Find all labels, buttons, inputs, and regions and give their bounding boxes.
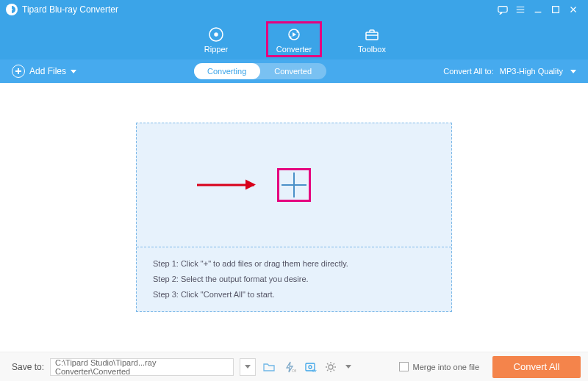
step-text: Step 2: Select the output format you des… [153, 272, 435, 287]
svg-text:Off: Off [292, 369, 296, 373]
mode-bar: Ripper Converter Toolbox [0, 19, 588, 59]
tab-converting[interactable]: Converting [194, 63, 260, 79]
bottom-bar: Save to: C:\Tipard Studio\Tipard...ray C… [0, 352, 588, 381]
app-title: Tipard Blu-ray Converter [22, 4, 118, 15]
plus-circle-icon [12, 65, 25, 78]
step-text: Step 1: Click "+" to add files or drag t… [153, 256, 435, 272]
gpu-accel-icon[interactable]: On [303, 360, 318, 374]
chevron-down-icon [71, 70, 76, 73]
title-bar: Tipard Blu-ray Converter [0, 0, 588, 19]
svg-text:On: On [312, 369, 317, 373]
svg-point-8 [309, 366, 312, 369]
save-path-field[interactable]: C:\Tipard Studio\Tipard...ray Converter\… [50, 358, 234, 376]
settings-dropdown[interactable] [344, 358, 353, 376]
settings-icon[interactable] [323, 360, 338, 374]
add-files-button[interactable]: Add Files [12, 65, 76, 78]
mode-label: Toolbox [358, 45, 386, 54]
disc-icon [207, 26, 225, 43]
main-area: Step 1: Click "+" to add files or drag t… [0, 83, 588, 352]
convert-all-to-label: Convert All to: [443, 67, 493, 76]
minimize-button[interactable] [529, 1, 547, 18]
add-files-plus-icon[interactable] [277, 168, 311, 202]
save-path-value: C:\Tipard Studio\Tipard...ray Converter\… [55, 358, 229, 376]
annotation-arrow [197, 184, 254, 186]
svg-rect-0 [498, 7, 507, 12]
svg-point-10 [329, 365, 333, 369]
options-bar: Add Files Converting Converted Convert A… [0, 59, 588, 83]
checkbox-icon [399, 362, 409, 371]
instructions: Step 1: Click "+" to add files or drag t… [137, 247, 451, 311]
add-files-label: Add Files [29, 66, 66, 76]
speed-boost-icon[interactable]: Off [282, 360, 297, 374]
convert-all-to[interactable]: Convert All to: MP3-High Quality [443, 67, 576, 76]
feedback-icon[interactable] [494, 1, 512, 18]
maximize-button[interactable] [547, 1, 564, 18]
status-tabs: Converting Converted [194, 63, 326, 79]
merge-checkbox[interactable]: Merge into one file [399, 362, 480, 371]
svg-marker-4 [293, 32, 296, 37]
drop-zone[interactable]: Step 1: Click "+" to add files or drag t… [136, 123, 452, 312]
convert-all-button[interactable]: Convert All [492, 356, 581, 378]
drop-zone-top [137, 123, 451, 247]
svg-point-3 [215, 33, 218, 36]
tab-converted[interactable]: Converted [260, 63, 326, 79]
mode-label: Converter [276, 45, 312, 54]
convert-icon [285, 26, 303, 43]
merge-label: Merge into one file [413, 363, 480, 371]
convert-all-to-value: MP3-High Quality [500, 67, 563, 76]
svg-rect-5 [366, 32, 378, 40]
mode-toolbox[interactable]: Toolbox [344, 21, 400, 57]
open-folder-icon[interactable] [262, 360, 276, 374]
save-to-label: Save to: [12, 362, 44, 372]
toolbox-icon [363, 26, 381, 43]
mode-ripper[interactable]: Ripper [188, 21, 244, 57]
mode-label: Ripper [204, 45, 228, 54]
mode-converter[interactable]: Converter [266, 21, 322, 57]
app-logo-icon [6, 4, 18, 15]
convert-all-label: Convert All [514, 361, 560, 372]
svg-rect-1 [553, 7, 559, 13]
step-text: Step 3: Click "Convert All" to start. [153, 287, 435, 302]
close-button[interactable] [564, 1, 582, 18]
save-path-dropdown[interactable] [240, 358, 256, 376]
chevron-down-icon [570, 70, 576, 73]
menu-icon[interactable] [512, 1, 529, 18]
